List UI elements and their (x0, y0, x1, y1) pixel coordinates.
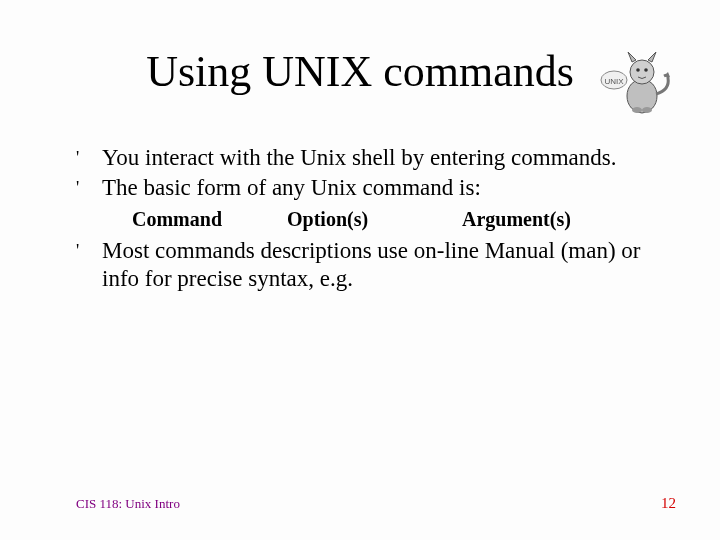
slide: Using UNIX commands UNIX ' You interact … (0, 0, 720, 540)
svg-text:UNIX: UNIX (604, 77, 624, 86)
svg-point-2 (636, 68, 640, 72)
svg-point-3 (644, 68, 648, 72)
bullet-text: You interact with the Unix shell by ente… (102, 144, 616, 172)
bullet-item: ' The basic form of any Unix command is: (76, 174, 676, 202)
bullet-text: The basic form of any Unix command is: (102, 174, 481, 202)
bullet-marker: ' (76, 237, 102, 265)
syntax-command: Command (132, 208, 282, 231)
bullet-item: ' Most commands descriptions use on-line… (76, 237, 676, 293)
bullet-text: Most commands descriptions use on-line M… (102, 237, 676, 293)
syntax-options: Option(s) (287, 208, 457, 231)
bullet-item: ' You interact with the Unix shell by en… (76, 144, 676, 172)
footer-page-number: 12 (661, 495, 676, 512)
devil-graphic: UNIX (596, 44, 676, 116)
svg-point-7 (642, 107, 652, 113)
footer-course: CIS 118: Unix Intro (76, 496, 180, 512)
bullet-marker: ' (76, 144, 102, 172)
command-syntax-row: Command Option(s) Argument(s) (132, 208, 676, 231)
bullet-list: ' You interact with the Unix shell by en… (76, 144, 676, 295)
svg-point-1 (630, 60, 654, 84)
bullet-marker: ' (76, 174, 102, 202)
svg-point-6 (632, 107, 642, 113)
syntax-arguments: Argument(s) (462, 208, 622, 231)
